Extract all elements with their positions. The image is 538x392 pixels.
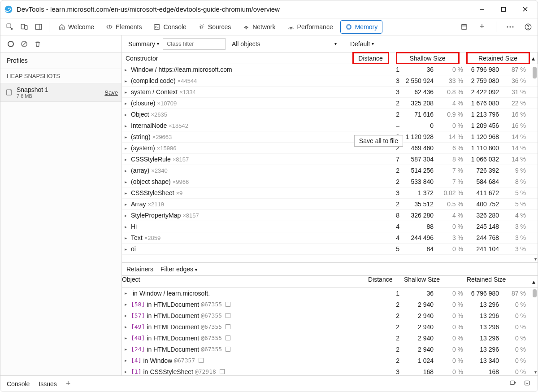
col-retained-size[interactable]: Retained Size xyxy=(467,52,529,64)
table-row[interactable]: ▸CSSStyleRule ×8157 7 587 3048 % 1 066 0… xyxy=(122,154,538,165)
table-row[interactable]: ▸Window / https://learn.microsoft.com 1 … xyxy=(122,64,538,75)
help-icon[interactable] xyxy=(523,22,533,32)
scrollbar-thumb[interactable] xyxy=(533,67,537,78)
col-constructor[interactable]: Constructor xyxy=(122,52,353,64)
svg-point-13 xyxy=(291,28,291,29)
ret-col-shallow[interactable]: Shallow Size xyxy=(404,276,467,287)
retainers-table[interactable]: ▾ ▸ in Window / learn.microsoft. 1 360 %… xyxy=(122,287,538,375)
delete-icon[interactable] xyxy=(34,40,42,48)
tab-network[interactable]: Network xyxy=(238,21,280,33)
retainer-row[interactable]: ▸[1] in CSSStyleSheet @72918 3 1680 % 16… xyxy=(122,366,538,375)
scroll-up-icon[interactable]: ▴ xyxy=(529,52,538,64)
tab-overflow-icon[interactable] xyxy=(459,22,469,32)
svg-point-0 xyxy=(5,5,13,13)
table-row[interactable]: ▸Text ×2859 4 244 4963 % 244 7683 % xyxy=(122,232,538,244)
retainers-label: Retainers xyxy=(126,266,153,273)
main-tabstrip: Welcome Elements Console Sources Network… xyxy=(0,18,538,35)
snapshot-title: Snapshot 1 xyxy=(17,86,104,93)
inspect-icon[interactable] xyxy=(5,22,15,32)
drawer-add-button[interactable]: + xyxy=(66,379,71,388)
close-button[interactable] xyxy=(519,3,531,16)
objects-dropdown[interactable]: All objects▾ xyxy=(228,39,340,49)
svg-rect-2 xyxy=(502,7,506,11)
svg-line-24 xyxy=(22,42,26,46)
drawer-icon-1[interactable] xyxy=(509,379,517,388)
svg-rect-27 xyxy=(525,381,530,385)
col-shallow-size[interactable]: Shallow Size xyxy=(396,52,459,64)
ret-col-distance[interactable]: Distance xyxy=(368,276,404,287)
table-row[interactable]: ▸(compiled code) ×44544 3 2 550 92433 % … xyxy=(122,75,538,87)
snapshot-item[interactable]: Snapshot 1 7.8 MB Save xyxy=(0,83,121,102)
table-row[interactable]: ▸(object shape) ×9966 2 533 8407 % 584 6… xyxy=(122,176,538,187)
retainer-row[interactable]: ▸ in Window / learn.microsoft. 1 360 % 6… xyxy=(122,287,538,299)
clear-icon[interactable] xyxy=(20,40,28,48)
table-row[interactable]: ▸system / Context ×1334 3 62 4360.8 % 2 … xyxy=(122,87,538,98)
svg-point-17 xyxy=(507,26,508,27)
retainer-row[interactable]: ▸[24] in HTMLDocument @67355 2 2 9400 % … xyxy=(122,344,538,355)
save-link[interactable]: Save xyxy=(104,89,118,96)
table-row[interactable]: ▸(system) ×15996 2 469 4606 % 1 110 8001… xyxy=(122,143,538,154)
table-row[interactable]: ▸oi 5 840 % 241 1043 % xyxy=(122,244,538,255)
drawer-tab-console[interactable]: Console xyxy=(7,380,30,388)
add-tab-button[interactable]: + xyxy=(477,22,487,32)
table-row[interactable]: ▸Hi 4 880 % 245 1483 % xyxy=(122,221,538,232)
tab-sources[interactable]: Sources xyxy=(194,21,235,33)
svg-rect-10 xyxy=(154,24,160,29)
svg-rect-14 xyxy=(347,25,351,29)
scroll-down-icon[interactable]: ▾ xyxy=(534,257,537,261)
window-titlebar: DevTools - learn.microsoft.com/en-us/mic… xyxy=(0,0,538,18)
more-icon[interactable] xyxy=(505,22,515,32)
table-row[interactable]: ▸CSSStyleSheet ×9 3 1 3720.02 % 411 6725… xyxy=(122,187,538,199)
window-title: DevTools - learn.microsoft.com/en-us/mic… xyxy=(17,5,476,13)
col-distance[interactable]: Distance xyxy=(353,52,389,64)
drawer-tab-issues[interactable]: Issues xyxy=(39,380,56,388)
tab-performance[interactable]: Performance xyxy=(283,21,338,33)
retainer-row[interactable]: ▸[48] in HTMLDocument @67355 2 2 9400 % … xyxy=(122,332,538,344)
tab-elements[interactable]: Elements xyxy=(101,21,146,33)
heap-snapshots-heading: HEAP SNAPSHOTS xyxy=(0,69,121,83)
retainers-table-header: Object Distance Shallow Size Retained Si… xyxy=(122,276,538,287)
dock-icon[interactable] xyxy=(34,22,43,32)
table-row[interactable]: ▸InternalNode ×18542 – 00 % 1 209 45616 … xyxy=(122,120,538,131)
svg-point-18 xyxy=(509,26,511,27)
retainer-row[interactable]: ▸[57] in HTMLDocument @67355 2 2 9400 % … xyxy=(122,310,538,321)
table-row[interactable]: ▸(array) ×2340 2 514 2567 % 726 3929 % xyxy=(122,165,538,176)
retainers-toolbar: Retainers Filter edges ▾ xyxy=(122,262,538,276)
svg-point-21 xyxy=(528,28,529,29)
tab-console[interactable]: Console xyxy=(149,21,191,33)
svg-rect-25 xyxy=(7,90,12,95)
drawer-bar: Console Issues + xyxy=(0,375,538,392)
svg-rect-8 xyxy=(35,24,42,30)
class-filter-input[interactable] xyxy=(163,38,226,50)
default-dropdown[interactable]: Default▾ xyxy=(347,39,377,49)
svg-point-12 xyxy=(246,28,247,29)
svg-rect-7 xyxy=(25,26,27,30)
ret-scrollbar-thumb[interactable] xyxy=(533,289,537,297)
view-dropdown[interactable]: Summary ▾ xyxy=(125,39,163,49)
drawer-icon-2[interactable] xyxy=(523,379,531,388)
ret-scroll-up-icon[interactable]: ▴ xyxy=(529,276,538,287)
minimize-button[interactable] xyxy=(476,3,488,16)
device-icon[interactable] xyxy=(19,22,29,32)
save-all-tooltip: Save all to file xyxy=(354,135,403,147)
retainer-row[interactable]: ▸[4] in Window @67357 2 1 0240 % 13 3400… xyxy=(122,355,538,366)
ret-scroll-down-icon[interactable]: ▾ xyxy=(534,370,537,375)
retainer-row[interactable]: ▸[58] in HTMLDocument @67355 2 2 9400 % … xyxy=(122,299,538,310)
record-icon[interactable] xyxy=(7,40,15,48)
maximize-button[interactable] xyxy=(497,3,510,16)
table-row[interactable]: ▸Object ×2635 2 71 6160.9 % 1 213 79616 … xyxy=(122,109,538,120)
retainer-row[interactable]: ▸[49] in HTMLDocument @67355 2 2 9400 % … xyxy=(122,321,538,332)
svg-rect-15 xyxy=(461,24,467,29)
ret-col-object[interactable]: Object xyxy=(122,276,368,287)
constructor-table[interactable]: Save all to file ▾ ▸Window / https://lea… xyxy=(122,64,538,262)
tab-welcome[interactable]: Welcome xyxy=(54,21,99,33)
tab-memory[interactable]: Memory xyxy=(340,20,383,34)
table-row[interactable]: ▸StylePropertyMap ×8157 8 326 2804 % 326… xyxy=(122,210,538,221)
table-row[interactable]: ▸Array ×2119 2 35 5120.5 % 400 7525 % xyxy=(122,199,538,210)
table-row[interactable]: ▸(closure) ×10709 2 325 2084 % 1 676 080… xyxy=(122,98,538,109)
filter-edges-dropdown[interactable]: Filter edges ▾ xyxy=(161,266,197,273)
memory-toolbar: Summary ▾ All objects▾ Default▾ xyxy=(0,35,538,52)
ret-col-retained[interactable]: Retained Size xyxy=(467,276,529,287)
snapshot-icon xyxy=(4,87,14,97)
table-row[interactable]: ▸(string) ×29663 3 1 120 92814 % 1 120 9… xyxy=(122,131,538,143)
